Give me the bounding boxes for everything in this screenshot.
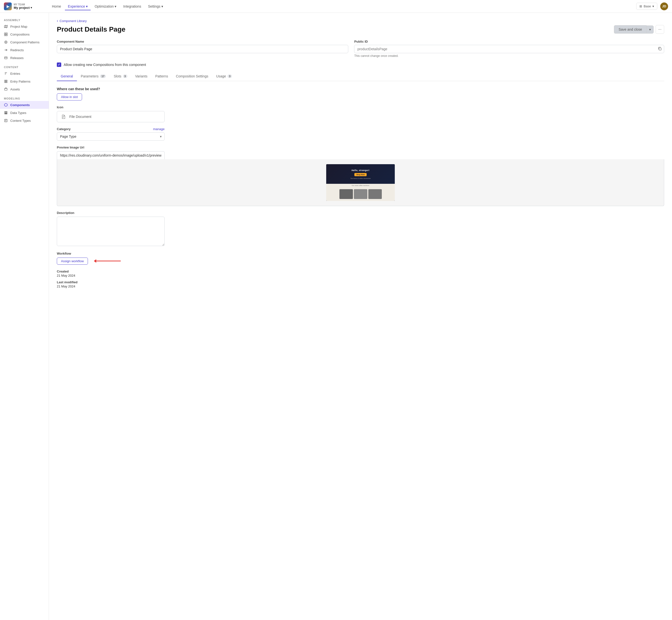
svg-rect-4 bbox=[4, 35, 6, 36]
breadcrumb[interactable]: Component Library bbox=[57, 19, 664, 23]
releases-icon bbox=[4, 56, 8, 60]
tab-variants[interactable]: Variants bbox=[131, 72, 151, 81]
svg-rect-11 bbox=[6, 80, 7, 81]
preview-image-container: Hello, stranger! Shop Now The home of co… bbox=[57, 159, 664, 206]
main-content: Component Library Product Details Page S… bbox=[49, 13, 672, 620]
brand-text: MY TEAM My project ▾ bbox=[14, 3, 32, 9]
product-1 bbox=[339, 189, 353, 199]
sidebar-item-content-types[interactable]: Content Types bbox=[0, 117, 49, 124]
last-modified-value: 21 May 2024 bbox=[57, 285, 664, 288]
compositions-icon bbox=[4, 32, 8, 36]
sidebar-item-entries[interactable]: Entries bbox=[0, 69, 49, 78]
assets-icon bbox=[4, 87, 8, 91]
save-close-button[interactable]: Save and close bbox=[614, 25, 647, 34]
base-selector[interactable]: ⊞ Base ▾ bbox=[636, 3, 657, 10]
arrow-left-icon bbox=[94, 257, 123, 265]
tab-composition-settings[interactable]: Composition Settings bbox=[172, 72, 212, 81]
name-id-row: Component Name Public ID This cannot cha… bbox=[57, 40, 664, 58]
preview-url-label: Preview Image Url bbox=[57, 146, 664, 149]
allow-compositions-row: Allow creating new Compositions from thi… bbox=[57, 62, 664, 67]
title-actions: Save and close ▾ ··· bbox=[614, 25, 664, 34]
components-icon bbox=[4, 103, 8, 107]
tab-parameters[interactable]: Parameters 17 bbox=[77, 72, 110, 81]
created-field: Created 21 May 2024 bbox=[57, 269, 664, 277]
workflow-row: Assign workflow bbox=[57, 257, 664, 265]
public-id-input[interactable] bbox=[354, 45, 664, 53]
description-input[interactable] bbox=[57, 217, 165, 246]
svg-marker-15 bbox=[4, 103, 7, 106]
svg-rect-19 bbox=[5, 119, 7, 122]
allow-compositions-checkbox[interactable] bbox=[57, 62, 61, 67]
tab-usage[interactable]: Usage 3 bbox=[212, 72, 236, 81]
category-select[interactable]: Page Type bbox=[57, 132, 165, 141]
avatar[interactable]: JD bbox=[660, 2, 668, 10]
brand-project[interactable]: My project ▾ bbox=[14, 6, 32, 9]
sidebar-section-modeling: MODELING Components Data Types Content T… bbox=[0, 95, 49, 124]
arrow-indicator bbox=[94, 257, 123, 265]
nav-integrations[interactable]: Integrations bbox=[120, 2, 144, 10]
chevron-down-icon: ▾ bbox=[161, 4, 163, 8]
nav-experience[interactable]: Experience ▾ bbox=[65, 2, 91, 10]
preview-url-wrapper bbox=[57, 151, 165, 159]
more-actions-button[interactable]: ··· bbox=[656, 25, 664, 34]
nav-links: Home Experience ▾ Optimization ▾ Integra… bbox=[49, 2, 630, 10]
sidebar-section-content: CONTENT Entries Entry Patterns Assets bbox=[0, 64, 49, 93]
component-name-label: Component Name bbox=[57, 40, 348, 43]
sidebar-item-releases[interactable]: Releases bbox=[0, 54, 49, 62]
category-select-wrapper: Page Type ▾ bbox=[57, 132, 165, 141]
manage-link[interactable]: manage bbox=[153, 127, 165, 131]
where-used-question: Where can these be used? bbox=[57, 87, 664, 91]
data-types-icon bbox=[4, 111, 8, 115]
sidebar-label: Components bbox=[10, 103, 30, 107]
sidebar-item-entry-patterns[interactable]: Entry Patterns bbox=[0, 78, 49, 85]
icon-value: File Document bbox=[69, 115, 91, 119]
svg-rect-5 bbox=[6, 35, 7, 36]
chevron-down-icon: ▾ bbox=[31, 6, 32, 9]
sidebar-label: Component Patterns bbox=[10, 41, 40, 44]
sidebar-item-compositions[interactable]: Compositions bbox=[0, 31, 49, 38]
allow-in-slot-button[interactable]: Allow in slot bbox=[57, 93, 82, 100]
sidebar-section-assembly: ASSEMBLY Project Map Compositions Compon… bbox=[0, 17, 49, 62]
base-icon: ⊞ bbox=[639, 4, 642, 8]
nav-home[interactable]: Home bbox=[49, 2, 64, 10]
modeling-section-title: MODELING bbox=[0, 95, 49, 101]
nav-optimization[interactable]: Optimization ▾ bbox=[92, 2, 119, 10]
icon-picker[interactable]: File Document bbox=[57, 111, 165, 122]
brand-logo: ▶ bbox=[4, 2, 12, 10]
where-used-section: Where can these be used? Allow in slot bbox=[57, 87, 664, 100]
sidebar-item-components[interactable]: Components bbox=[0, 101, 49, 109]
preview-image-mock: Hello, stranger! Shop Now The home of co… bbox=[326, 164, 395, 201]
layout: ASSEMBLY Project Map Compositions Compon… bbox=[0, 13, 672, 620]
icon-section: Icon File Document bbox=[57, 105, 664, 122]
tab-patterns[interactable]: Patterns bbox=[151, 72, 172, 81]
tab-slots[interactable]: Slots 3 bbox=[110, 72, 131, 81]
last-modified-label: Last modified bbox=[57, 280, 664, 284]
sidebar-item-assets[interactable]: Assets bbox=[0, 85, 49, 93]
assign-workflow-button[interactable]: Assign workflow bbox=[57, 258, 88, 265]
last-modified-field: Last modified 21 May 2024 bbox=[57, 280, 664, 288]
svg-rect-22 bbox=[659, 48, 661, 50]
sidebar-item-redirects[interactable]: Redirects bbox=[0, 46, 49, 54]
category-label: Category bbox=[57, 127, 70, 131]
sidebar-item-component-patterns[interactable]: Component Patterns bbox=[0, 38, 49, 46]
assembly-section-title: ASSEMBLY bbox=[0, 17, 49, 22]
sidebar-item-data-types[interactable]: Data Types bbox=[0, 109, 49, 117]
preview-url-input[interactable] bbox=[57, 151, 165, 159]
svg-rect-8 bbox=[5, 57, 7, 59]
save-close-dropdown[interactable]: ▾ bbox=[647, 25, 654, 34]
metadata-block: Created 21 May 2024 Last modified 21 May… bbox=[57, 269, 664, 288]
public-id-label: Public ID bbox=[354, 40, 664, 43]
created-label: Created bbox=[57, 269, 664, 273]
top-nav: ▶ MY TEAM My project ▾ Home Experience ▾… bbox=[0, 0, 672, 13]
component-name-input[interactable] bbox=[57, 45, 348, 53]
svg-rect-2 bbox=[4, 33, 6, 34]
sidebar-item-project-map[interactable]: Project Map bbox=[0, 22, 49, 31]
svg-marker-26 bbox=[94, 259, 96, 263]
sidebar-label: Project Map bbox=[10, 25, 27, 29]
nav-settings[interactable]: Settings ▾ bbox=[145, 2, 166, 10]
copy-icon[interactable] bbox=[658, 47, 662, 51]
sidebar-label: Assets bbox=[10, 88, 20, 91]
sidebar-label: Data Types bbox=[10, 111, 26, 115]
tab-general[interactable]: General bbox=[57, 72, 77, 81]
component-name-field: Component Name bbox=[57, 40, 348, 58]
